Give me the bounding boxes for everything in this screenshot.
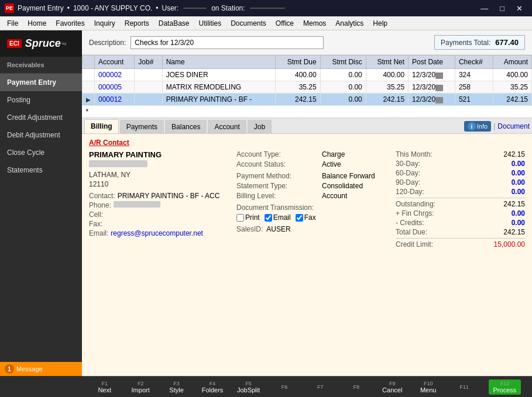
- payments-total-box: Payments Total: 677.40: [434, 35, 525, 50]
- tab-job[interactable]: Job: [248, 120, 272, 133]
- email-label: Email:: [89, 229, 108, 237]
- description-input[interactable]: [131, 36, 324, 49]
- this-month-label: This Month:: [396, 150, 433, 158]
- ar-contact-link[interactable]: A/R Contact: [89, 139, 525, 147]
- sidebar-item-credit-adjustment[interactable]: Credit Adjustment: [0, 109, 82, 126]
- contact-label: Contact:: [89, 192, 115, 200]
- fkey-f2[interactable]: F2 Import: [129, 381, 152, 393]
- menu-item-inquiry[interactable]: Inquiry: [90, 18, 120, 29]
- account-status-value: Active: [322, 160, 341, 168]
- col-stmt-disc: Stmt Disc: [320, 56, 366, 69]
- statement-type-label: Statement Type:: [236, 182, 318, 190]
- fkey-f6[interactable]: F6: [273, 384, 296, 390]
- sidebar-item-close-cycle[interactable]: Close Cycle: [0, 144, 82, 161]
- fkey-f4-label: Folders: [202, 386, 224, 393]
- fkey-f1[interactable]: F1 Next: [93, 381, 116, 393]
- menu-item-utilities[interactable]: Utilities: [194, 18, 226, 29]
- sales-id-value: AUSER: [266, 225, 290, 233]
- credit-limit-value: 15,000.00: [494, 240, 525, 248]
- menu-item-reports[interactable]: Reports: [120, 18, 154, 29]
- tab-right-controls: i Info | Document: [464, 121, 530, 132]
- minimize-button[interactable]: —: [476, 3, 493, 14]
- 90day-row: 90-Day: 0.00: [396, 178, 525, 187]
- payment-method-label: Payment Method:: [236, 172, 318, 180]
- row-amount: 242.15: [493, 94, 532, 106]
- message-bar[interactable]: 1 Message: [0, 362, 82, 376]
- tab-payments[interactable]: Payments: [120, 120, 164, 133]
- billing-tabs: Billing Payments Balances Account Job i …: [82, 118, 532, 134]
- table-row[interactable]: ▶ 000012 PRIMARY PAINTING - BF - 242.15 …: [83, 94, 532, 106]
- total-due-row: Total Due: 242.15: [396, 228, 525, 236]
- outstanding-row: Outstanding: 242.15: [396, 200, 525, 208]
- fkey-f11[interactable]: F11: [452, 384, 476, 390]
- sidebar-item-posting[interactable]: Posting: [0, 91, 82, 109]
- row-arrow: [83, 81, 95, 94]
- sidebar-item-payment-entry[interactable]: Payment Entry: [0, 74, 82, 91]
- cell-field: Cell:: [89, 210, 229, 219]
- tab-account[interactable]: Account: [208, 120, 246, 133]
- payment-method-value: Balance Forward: [322, 172, 375, 180]
- description-label: Description:: [89, 39, 126, 47]
- row-job: [135, 94, 162, 106]
- menubar: FileHomeFavoritesInquiryReportsDataBaseU…: [0, 16, 532, 30]
- description-row: Description: Payments Total: 677.40: [82, 30, 532, 55]
- fkey-f5[interactable]: F5 JobSplit: [236, 381, 260, 393]
- tab-billing[interactable]: Billing: [84, 119, 119, 133]
- menu-item-help[interactable]: Help: [368, 18, 392, 29]
- info-icon: i: [468, 122, 476, 130]
- fkey-f12[interactable]: F12 Process: [489, 379, 521, 395]
- email-checkbox[interactable]: [265, 214, 272, 222]
- fkey-f10[interactable]: F10 Menu: [417, 381, 440, 393]
- titlebar-controls[interactable]: — □ ✕: [476, 3, 527, 14]
- sidebar-item-statements[interactable]: Statements: [0, 161, 82, 179]
- app-icon: PE: [5, 4, 14, 13]
- company-phone-redacted: [89, 160, 147, 167]
- fkey-f8[interactable]: F8: [345, 384, 368, 390]
- fkey-f9[interactable]: F9 Cancel: [380, 381, 404, 393]
- email-value[interactable]: regress@sprucecomputer.net: [111, 229, 203, 237]
- print-checkbox[interactable]: [236, 214, 244, 222]
- menu-item-office[interactable]: Office: [271, 18, 298, 29]
- table-row[interactable]: 000002 JOES DINER 400.00 0.00 400.00 12/…: [83, 69, 532, 81]
- billing-level-row: Billing Level: Account: [236, 192, 389, 200]
- row-account: 000002: [95, 69, 135, 81]
- menu-item-memos[interactable]: Memos: [298, 18, 331, 29]
- row-stmt-due: 400.00: [276, 69, 320, 81]
- fkey-f5-label: JobSplit: [237, 386, 260, 393]
- 120day-row: 120-Day: 0.00: [396, 188, 525, 196]
- fkey-f7[interactable]: F7: [308, 384, 332, 390]
- fkey-f7-num: F7: [317, 384, 324, 390]
- fkey-f4[interactable]: F4 Folders: [201, 381, 224, 393]
- col-arrow: [83, 56, 95, 69]
- tab-balances[interactable]: Balances: [165, 120, 207, 133]
- maximize-button[interactable]: □: [495, 3, 509, 14]
- close-button[interactable]: ✕: [512, 3, 527, 14]
- sidebar-item-debit-adjustment[interactable]: Debit Adjustment: [0, 126, 82, 144]
- 30day-label: 30-Day:: [396, 160, 420, 168]
- menu-item-file[interactable]: File: [2, 18, 23, 29]
- row-stmt-due: 35.25: [276, 81, 320, 94]
- titlebar-left: PE Payment Entry • 1000 - ANY SUPPLY CO.…: [5, 4, 286, 13]
- fax-checkbox[interactable]: [296, 214, 303, 222]
- function-key-bar: F1 Next F2 Import F3 Style F4 Folders F5…: [82, 376, 532, 397]
- credit-limit-row: Credit Limit: 15,000.00: [396, 240, 525, 248]
- row-stmt-disc: 0.00: [320, 81, 366, 94]
- menu-item-home[interactable]: Home: [23, 18, 51, 29]
- col-name: Name: [162, 56, 276, 69]
- menu-item-database[interactable]: DataBase: [154, 18, 194, 29]
- account-type-value: Charge: [322, 150, 345, 158]
- col-check: Check#: [455, 56, 493, 69]
- info-button[interactable]: i Info: [464, 121, 491, 132]
- billing-mid: Account Type: Charge Account Status: Act…: [236, 150, 389, 250]
- email-field: Email: regress@sprucecomputer.net: [89, 229, 229, 237]
- fkey-f3[interactable]: F3 Style: [165, 381, 188, 393]
- fkey-f3-label: Style: [169, 386, 183, 393]
- menu-item-favorites[interactable]: Favorites: [51, 18, 89, 29]
- document-link[interactable]: Document: [497, 122, 530, 130]
- fax-field: Fax:: [89, 220, 229, 228]
- table-row[interactable]: 000005 MATRIX REMODELING 35.25 0.00 35.2…: [83, 81, 532, 94]
- menu-item-documents[interactable]: Documents: [226, 18, 271, 29]
- outstanding-label: Outstanding:: [396, 200, 435, 208]
- billing-left: PRIMARY PAINTING LATHAM, NY 12110 Contac…: [89, 150, 229, 250]
- menu-item-analytics[interactable]: Analytics: [331, 18, 368, 29]
